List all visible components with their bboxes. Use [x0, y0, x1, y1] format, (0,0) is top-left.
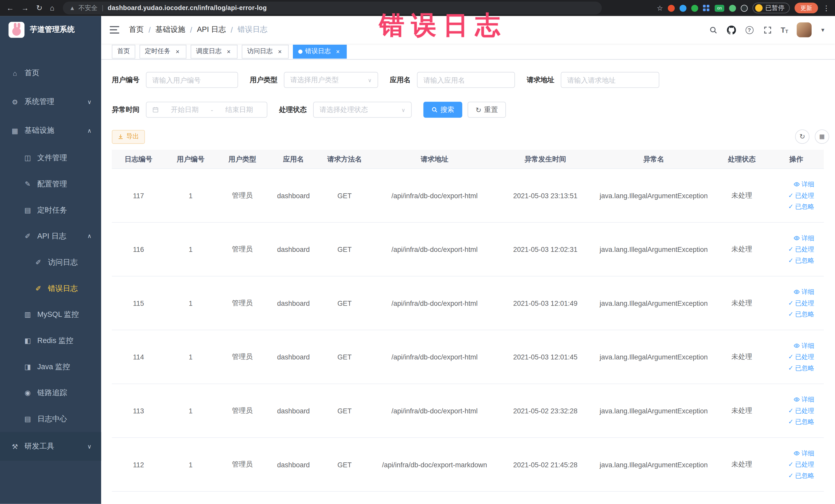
browser-home-icon[interactable]: ⌂ [50, 4, 55, 12]
back-icon[interactable]: ← [6, 4, 14, 12]
request-url-input[interactable] [561, 72, 659, 88]
user-avatar[interactable] [797, 22, 812, 37]
close-icon[interactable]: × [334, 48, 341, 55]
mark-ignored-link[interactable]: ✓已忽略 [788, 202, 814, 211]
sidebar-item-error-log[interactable]: ✐ 错误日志 [0, 276, 101, 302]
app-logo[interactable]: 芋道管理系统 [0, 16, 101, 44]
extension-icon[interactable] [668, 5, 675, 12]
reset-button[interactable]: ↻ 重置 [468, 102, 506, 118]
sidebar-item-trace[interactable]: ◉ 链路追踪 [0, 380, 101, 406]
mark-ignored-link[interactable]: ✓已忽略 [788, 418, 814, 426]
column-settings-button[interactable]: ▦ [815, 129, 829, 144]
close-icon[interactable]: × [225, 48, 232, 55]
cell-exception-name: java.lang.IllegalArgumentException [592, 461, 715, 468]
breadcrumb-infra[interactable]: 基础设施 [156, 25, 185, 35]
mark-processed-link[interactable]: ✓已处理 [788, 299, 814, 308]
sidebar-item-file-manage[interactable]: ◫ 文件管理 [0, 145, 101, 171]
sidebar-item-system[interactable]: ⚙ 系统管理 ∨ [0, 87, 101, 116]
sidebar-item-api-log[interactable]: ✐ API 日志 ∧ [0, 223, 101, 249]
chevron-up-icon: ∧ [87, 233, 91, 240]
extension-icon[interactable] [691, 5, 698, 12]
date-range-picker[interactable]: 开始日期 - 结束日期 [146, 102, 267, 118]
detail-link[interactable]: 详细 [793, 341, 814, 350]
mark-ignored-link[interactable]: ✓已忽略 [788, 256, 814, 265]
cell-method: GET [319, 353, 371, 361]
sidebar-menu: ⌂ 首页 ⚙ 系统管理 ∨ ▦ 基础设施 ∧ ◫ 文件管理 [0, 44, 101, 461]
sidebar-item-java-monitor[interactable]: ◨ Java 监控 [0, 354, 101, 380]
log-center-icon: ▤ [23, 415, 32, 423]
user-type-select[interactable]: 请选择用户类型 ∨ [284, 72, 378, 88]
mark-processed-link[interactable]: ✓已处理 [788, 352, 814, 361]
mark-ignored-link[interactable]: ✓已忽略 [788, 310, 814, 319]
user-type-placeholder: 请选择用户类型 [290, 75, 339, 85]
search-button[interactable]: 搜索 [423, 102, 462, 118]
detail-link[interactable]: 详细 [793, 234, 814, 243]
cell-app-name: dashboard [268, 353, 319, 361]
process-status-label: 处理状态 [279, 105, 307, 115]
breadcrumb-api-log[interactable]: API 日志 [197, 25, 226, 35]
process-status-select[interactable]: 请选择处理状态 ∨ [313, 102, 412, 118]
avatar-caret-down-icon[interactable]: ▼ [820, 27, 826, 33]
sidebar-item-config-manage[interactable]: ✎ 配置管理 [0, 171, 101, 197]
cell-actions: 详细 ✓已处理 ✓已忽略 [769, 395, 824, 426]
refresh-icon: ↻ [476, 106, 482, 114]
hamburger-icon[interactable] [109, 26, 119, 34]
mark-processed-link[interactable]: ✓已处理 [788, 191, 814, 200]
help-icon[interactable]: ? [745, 25, 754, 35]
tab-home[interactable]: 首页 [112, 44, 135, 58]
sidebar-item-home[interactable]: ⌂ 首页 [0, 59, 101, 87]
mark-processed-link[interactable]: ✓已处理 [788, 406, 814, 415]
tab-error-log[interactable]: 错误日志 × [293, 44, 347, 58]
extension-icon[interactable] [679, 5, 686, 12]
font-size-icon[interactable]: TT [781, 26, 788, 34]
tab-access-log[interactable]: 访问日志 × [242, 44, 289, 58]
exception-time-label: 异常时间 [112, 105, 140, 115]
profile-paused-badge[interactable]: 已暂停 [753, 3, 790, 13]
cell-method: GET [319, 461, 371, 468]
sidebar-item-dev-tools[interactable]: ⚒ 研发工具 ∨ [0, 432, 101, 461]
breadcrumb-home[interactable]: 首页 [129, 25, 144, 35]
app-shell: 芋道管理系统 ⌂ 首页 ⚙ 系统管理 ∨ ▦ 基础设施 ∧ ◫ [0, 16, 835, 504]
extension-on-badge[interactable]: on [715, 5, 724, 12]
cell-status: 未处理 [715, 298, 768, 308]
cell-user-id: 1 [165, 407, 216, 415]
mark-processed-link[interactable]: ✓已处理 [788, 245, 814, 254]
sidebar-item-access-log[interactable]: ✐ 访问日志 [0, 249, 101, 276]
sidebar-item-log-center[interactable]: ▤ 日志中心 [0, 406, 101, 432]
detail-link[interactable]: 详细 [793, 449, 814, 458]
browser-update-button[interactable]: 更新 [794, 3, 818, 13]
address-bar[interactable]: ▲ 不安全 | dashboard.yudao.iocoder.cn/infra… [63, 2, 602, 14]
close-icon[interactable]: × [277, 48, 283, 55]
detail-link[interactable]: 详细 [793, 180, 814, 189]
sidebar-item-mysql-monitor[interactable]: ▥ MySQL 监控 [0, 301, 101, 328]
mark-ignored-link[interactable]: ✓已忽略 [788, 471, 814, 480]
tab-schedule-log[interactable]: 调度日志 × [191, 44, 238, 58]
refresh-table-button[interactable]: ↻ [795, 129, 810, 144]
fullscreen-icon[interactable] [762, 25, 772, 35]
detail-link[interactable]: 详细 [793, 287, 814, 296]
app-name-input[interactable] [417, 72, 515, 88]
close-icon[interactable]: × [174, 48, 181, 55]
sidebar-item-infra[interactable]: ▦ 基础设施 ∧ [0, 116, 101, 145]
sidebar-item-scheduled-jobs[interactable]: ▤ 定时任务 [0, 197, 101, 223]
detail-link[interactable]: 详细 [793, 395, 814, 404]
tab-scheduled-jobs[interactable]: 定时任务 × [140, 44, 187, 58]
sidebar-item-redis-monitor[interactable]: ◧ Redis 监控 [0, 328, 101, 354]
sidebar-item-label: 文件管理 [37, 153, 67, 163]
grid-icon: ▦ [11, 126, 19, 135]
mark-processed-link[interactable]: ✓已处理 [788, 460, 814, 469]
bookmark-star-icon[interactable]: ☆ [657, 4, 663, 12]
extension-icon[interactable] [741, 5, 748, 12]
export-button[interactable]: 导出 [112, 130, 145, 143]
extension-icon[interactable] [729, 5, 736, 12]
forward-icon[interactable]: → [21, 4, 29, 12]
header-search-icon[interactable] [708, 25, 718, 35]
mark-ignored-link[interactable]: ✓已忽略 [788, 364, 814, 372]
table-row: 113 1 管理员 dashboard GET /api/infra/db-do… [112, 384, 824, 438]
extension-grid-icon[interactable] [703, 5, 710, 12]
reload-icon[interactable]: ↻ [36, 4, 42, 12]
browser-menu-kebab-icon[interactable]: ⋮ [823, 4, 830, 12]
url-text: dashboard.yudao.iocoder.cn/infra/log/api… [108, 4, 267, 12]
user-id-input[interactable] [146, 72, 238, 88]
github-icon[interactable] [727, 25, 736, 35]
